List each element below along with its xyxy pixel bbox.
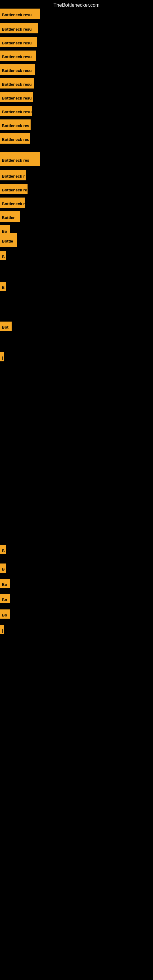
bottleneck-item-21[interactable]: | [0,352,4,361]
bottleneck-item-20[interactable]: Bot [0,321,12,331]
bottleneck-item-22[interactable]: B [0,545,6,554]
bottleneck-item-6[interactable]: Bottleneck resu [0,78,34,89]
bottleneck-item-23[interactable]: B [0,563,6,573]
bottleneck-item-7[interactable]: Bottleneck resu [0,92,33,102]
bottleneck-item-9[interactable]: Bottleneck res [0,119,30,130]
bottleneck-item-24[interactable]: Bo [0,579,10,588]
bottleneck-item-18[interactable]: B [0,251,6,260]
bottleneck-item-2[interactable]: Bottleneck resu [0,23,38,33]
bottleneck-item-26[interactable]: Bo [0,609,10,619]
bottleneck-item-12[interactable]: Bottleneck r [0,170,26,180]
bottleneck-item-5[interactable]: Bottleneck resu [0,64,35,75]
bottleneck-item-10[interactable]: Bottleneck res [0,133,30,144]
bottleneck-item-19[interactable]: B [0,282,6,291]
bottleneck-item-15[interactable]: Bottlen [0,211,20,222]
bottleneck-item-17[interactable]: Bottle [0,233,17,247]
bottleneck-item-11[interactable]: Bottleneck res [0,152,40,166]
bottleneck-item-14[interactable]: Bottleneck r [0,197,25,208]
bottleneck-item-4[interactable]: Bottleneck resu [0,51,36,61]
bottleneck-item-8[interactable]: Bottleneck resu [0,106,32,116]
bottleneck-item-3[interactable]: Bottleneck resu [0,37,37,47]
bottleneck-item-27[interactable]: | [0,625,4,634]
bottleneck-item-25[interactable]: Bo [0,594,10,603]
bottleneck-item-1[interactable]: Bottleneck resu [0,9,40,19]
bottleneck-item-13[interactable]: Bottleneck re [0,184,27,194]
